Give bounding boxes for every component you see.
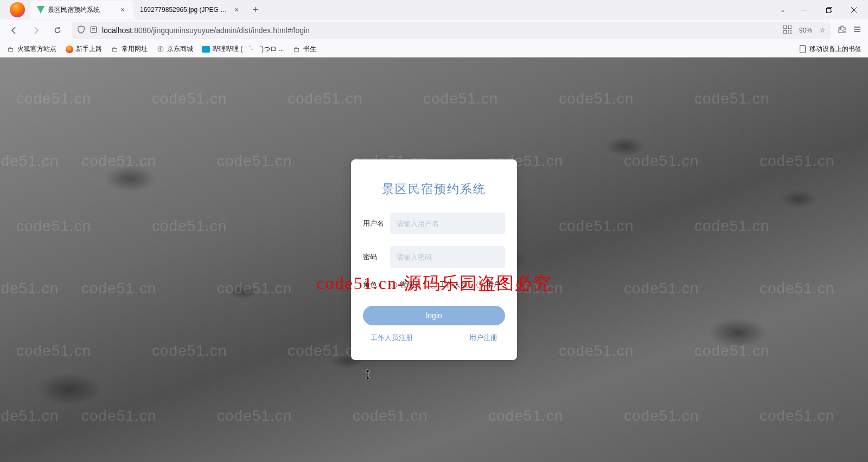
svg-rect-9 <box>783 30 787 34</box>
extension-icon[interactable] <box>838 25 846 36</box>
role-radio-user[interactable] <box>476 281 483 288</box>
folder-icon: 🗀 <box>111 45 119 53</box>
tab-close-icon[interactable]: × <box>118 5 127 14</box>
svg-rect-13 <box>790 33 792 34</box>
svg-rect-12 <box>788 33 789 34</box>
resize-cursor-icon <box>363 369 372 382</box>
role-radio-group: 管理员 工作人员 用户 <box>390 280 505 290</box>
svg-rect-11 <box>790 30 792 31</box>
svg-rect-7 <box>783 25 787 29</box>
register-links: 工作人员注册 用户注册 <box>363 333 505 343</box>
username-label: 用户名 <box>363 219 390 228</box>
register-staff-link[interactable]: 工作人员注册 <box>371 333 413 343</box>
role-option-staff[interactable]: 工作人员 <box>430 280 468 290</box>
vue-favicon-icon <box>37 6 44 14</box>
bookmark-item[interactable]: 哔哩哔哩 ( ゜- ゜)つロ ... <box>202 44 284 54</box>
role-row: 角色 管理员 工作人员 用户 <box>363 280 505 290</box>
svg-rect-4 <box>91 27 96 32</box>
password-input[interactable] <box>390 246 505 268</box>
password-label: 密码 <box>363 252 390 262</box>
folder-icon: 🗀 <box>7 45 15 53</box>
mobile-icon <box>799 45 807 53</box>
forward-button[interactable] <box>28 23 43 38</box>
address-bar: localhost:8080/jingquminsuyuyue/admin/di… <box>0 20 868 41</box>
hamburger-menu-icon[interactable] <box>853 25 861 36</box>
firefox-icon <box>65 45 73 53</box>
url-text: localhost:8080/jingquminsuyuyue/admin/di… <box>102 26 779 35</box>
svg-rect-1 <box>826 8 831 12</box>
new-tab-button[interactable]: + <box>247 2 264 18</box>
svg-rect-8 <box>788 25 792 29</box>
login-card: 景区民宿预约系统 用户名 密码 角色 管理员 工作人员 用户 login 工作人… <box>351 159 517 360</box>
role-radio-staff[interactable] <box>430 281 437 288</box>
page-content: code51.cn code51.cn code51.cn code51.cn … <box>0 57 868 462</box>
tab-title: 1692779852965.jpg (JPEG 图像 <box>140 5 229 15</box>
login-title: 景区民宿预约系统 <box>363 181 505 197</box>
url-right-controls: 90% ☆ <box>783 25 826 35</box>
mobile-bookmarks[interactable]: 移动设备上的书签 <box>799 44 861 54</box>
zoom-level[interactable]: 90% <box>799 27 812 34</box>
minimize-button[interactable] <box>792 2 816 18</box>
folder-icon: 🗀 <box>292 45 301 53</box>
firefox-logo-icon <box>10 2 25 17</box>
window-controls: ⌄ <box>775 2 868 18</box>
tab-title: 景区民宿预约系统 <box>48 5 115 15</box>
role-radio-admin[interactable] <box>390 281 397 288</box>
qr-icon[interactable] <box>783 25 792 35</box>
role-label: 角色 <box>363 280 390 290</box>
close-window-button[interactable] <box>842 2 866 18</box>
jd-icon: ㊥ <box>156 45 164 53</box>
tabs-dropdown-icon[interactable]: ⌄ <box>775 6 791 14</box>
back-button[interactable] <box>7 23 22 38</box>
tab-close-icon[interactable]: × <box>232 5 241 14</box>
browser-chrome: 景区民宿预约系统 × 1692779852965.jpg (JPEG 图像 × … <box>0 0 868 57</box>
bookmark-item[interactable]: 🗀火狐官方站点 <box>7 44 56 54</box>
username-row: 用户名 <box>363 213 505 234</box>
url-bar[interactable]: localhost:8080/jingquminsuyuyue/admin/di… <box>72 22 831 39</box>
svg-rect-17 <box>800 46 806 53</box>
shield-icon <box>77 25 85 35</box>
bookmark-item[interactable]: ㊥京东商城 <box>156 44 193 54</box>
bookmarks-bar: 🗀火狐官方站点 新手上路 🗀常用网址 ㊥京东商城 哔哩哔哩 ( ゜- ゜)つロ … <box>0 41 868 57</box>
role-option-user[interactable]: 用户 <box>476 280 500 290</box>
bookmark-item[interactable]: 🗀书生 <box>292 44 316 54</box>
tab-inactive[interactable]: 1692779852965.jpg (JPEG 图像 × <box>133 1 247 19</box>
password-row: 密码 <box>363 246 505 268</box>
bookmark-star-icon[interactable]: ☆ <box>820 27 826 34</box>
tab-active[interactable]: 景区民宿预约系统 × <box>30 1 133 19</box>
maximize-button[interactable] <box>817 2 841 18</box>
svg-rect-10 <box>788 30 789 31</box>
tab-strip: 景区民宿预约系统 × 1692779852965.jpg (JPEG 图像 × … <box>0 0 868 20</box>
login-button[interactable]: login <box>363 306 505 325</box>
role-option-admin[interactable]: 管理员 <box>390 280 421 290</box>
bookmark-item[interactable]: 🗀常用网址 <box>111 44 148 54</box>
page-info-icon <box>90 25 98 35</box>
toolbar-right <box>838 25 861 36</box>
bilibili-icon <box>202 45 210 53</box>
register-user-link[interactable]: 用户注册 <box>469 333 497 343</box>
bookmark-item[interactable]: 新手上路 <box>65 44 102 54</box>
reload-button[interactable] <box>50 23 65 38</box>
username-input[interactable] <box>390 213 505 234</box>
